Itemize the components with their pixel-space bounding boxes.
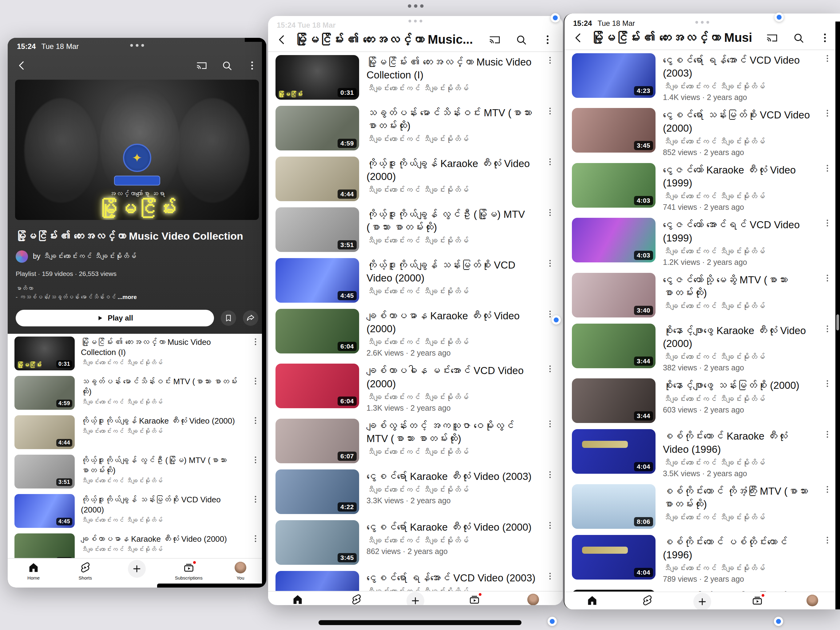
- nav-item-you[interactable]: [794, 592, 831, 606]
- nav-item-shorts[interactable]: Shorts: [67, 559, 104, 581]
- nav-item-subscriptions[interactable]: Subscriptions: [171, 559, 207, 581]
- nav-item-shorts[interactable]: [338, 592, 375, 605]
- kebab-icon[interactable]: [251, 376, 260, 386]
- window-handle-icon[interactable]: [130, 44, 144, 47]
- window-handle-icon[interactable]: [409, 20, 422, 22]
- kebab-icon[interactable]: [823, 108, 832, 119]
- share-button[interactable]: [243, 310, 258, 326]
- channel-avatar[interactable]: [16, 250, 28, 263]
- video-thumbnail[interactable]: 3:51: [275, 207, 359, 252]
- kebab-icon[interactable]: [545, 469, 555, 480]
- more-link[interactable]: ...more: [117, 294, 136, 300]
- video-list-item[interactable]: 4:04 စစ်ကိုင်းတောင် Karaoke တီးလုံး Vide…: [565, 426, 840, 481]
- kebab-icon[interactable]: [545, 520, 555, 531]
- video-list-item[interactable]: 4:59 သခွတ်ပန်း မောင်သိန်းဝင်း MTV (စာသား…: [8, 373, 266, 413]
- video-list-item[interactable]: 4:04 စစ်ကိုင်းတောင် ပစ်တိုင်းထောင် (1996…: [565, 532, 840, 587]
- scrollbar-thumb[interactable]: [836, 314, 839, 330]
- video-thumbnail[interactable]: 4:45: [275, 258, 359, 303]
- video-thumbnail[interactable]: 4:22: [275, 469, 359, 514]
- multitask-handle-icon[interactable]: [408, 4, 424, 8]
- video-list-item[interactable]: 6:04 ချစ်တာပဓါန မင်းအောင် VCD Video (200…: [268, 361, 563, 415]
- nav-item-home[interactable]: [279, 592, 316, 605]
- video-list-item[interactable]: 3:51 ကိုယ့်ဒူးကိုယ်ချွန် လွင်ဦး (မြို့မ)…: [268, 204, 563, 255]
- video-player-thumbnail[interactable]: ✦ အလင်္ကာကျော်စွာ ဆရာ မြို့မငြိမ်း: [15, 80, 259, 220]
- video-list-item[interactable]: 4:22 ငွေစင်ရော် Karaoke တီးလုံး Video (2…: [268, 466, 563, 517]
- nav-item-home[interactable]: Home: [15, 559, 52, 581]
- video-list-item[interactable]: 3:45 ငွေစင်ရော် သန်းမြတ်စိုး VCD Video (…: [565, 105, 840, 160]
- video-thumbnail[interactable]: 3:44: [572, 378, 655, 423]
- video-list-item[interactable]: 3:40 ငွေဇင်ယော်သို့ မေဆွိ MTV (စာသား စာတ…: [565, 270, 840, 321]
- window-drag-handle-dot[interactable]: [548, 617, 557, 626]
- video-thumbnail[interactable]: 6:04: [275, 364, 359, 408]
- video-thumbnail[interactable]: 4:59: [275, 106, 359, 150]
- video-list-item[interactable]: 8:06 စစ်ကိုင်းတောင် ကိုအံ့ကြီး MTV (စာသာ…: [565, 481, 840, 532]
- video-thumbnail[interactable]: 3:45: [572, 108, 655, 153]
- nav-item-you[interactable]: You: [222, 559, 259, 581]
- cast-icon[interactable]: [489, 34, 501, 46]
- kebab-icon[interactable]: [251, 533, 260, 544]
- playlist-description[interactable]: မာတိကာ - ကသစ်ပန်း/သခွတ်ပန်း မောင်သိန်းဝင…: [16, 284, 258, 302]
- window-drag-handle-dot[interactable]: [775, 13, 784, 22]
- kebab-icon[interactable]: [823, 163, 832, 174]
- kebab-icon[interactable]: [823, 429, 832, 440]
- kebab-icon[interactable]: [545, 106, 555, 116]
- kebab-icon[interactable]: [545, 571, 555, 581]
- kebab-icon[interactable]: [545, 55, 555, 65]
- video-list-item[interactable]: 4:44 ကိုယ့်ဒူးကိုယ်ချွန် Karaoke တီးလုံး…: [8, 413, 266, 452]
- window-resize-edge[interactable]: [262, 38, 266, 587]
- video-thumbnail[interactable]: မြို့မငြိမ်း 0:31: [14, 337, 75, 370]
- video-thumbnail[interactable]: 3:40: [572, 273, 655, 317]
- kebab-icon[interactable]: [251, 415, 260, 426]
- video-list-item[interactable]: 4:45 ကိုယ့်ဒူးကိုယ်ချွန် သန်းမြတ်စိုး VC…: [8, 491, 266, 531]
- nav-item-plus[interactable]: [118, 559, 155, 579]
- video-thumbnail[interactable]: 4:03: [572, 163, 655, 207]
- window-resize-edge[interactable]: [157, 584, 266, 587]
- kebab-icon[interactable]: [251, 494, 260, 505]
- video-list-item[interactable]: 6:04 ချစ်တာပဓာန Karaoke တီးလုံး Video (2…: [268, 306, 563, 361]
- video-list-item[interactable]: 4:03 ငွေဇင်ယော် အောင်ရင် VCD Video (1999…: [565, 215, 840, 269]
- search-icon[interactable]: [515, 34, 527, 46]
- save-playlist-button[interactable]: [221, 310, 236, 326]
- video-list-item[interactable]: 3:45 ငွေစင်ရော် Karaoke တီးလုံး Video (2…: [268, 517, 563, 568]
- kebab-icon[interactable]: [545, 207, 555, 218]
- nav-item-you[interactable]: [515, 592, 552, 605]
- kebab-icon[interactable]: [823, 324, 832, 334]
- video-thumbnail[interactable]: 6:07: [275, 419, 359, 463]
- window-drag-handle-dot[interactable]: [552, 315, 561, 324]
- video-list-item[interactable]: 4:03 ငွေဇင်ယော် Karaoke တီးလုံး Video (1…: [565, 160, 840, 215]
- video-list-item[interactable]: 3:44 စိုးနောင့်ဖျာဖွေ သန်းမြတ်စိုး (2000…: [565, 375, 840, 426]
- nav-item-plus[interactable]: [684, 592, 721, 609]
- kebab-icon[interactable]: [823, 218, 832, 228]
- nav-item-shorts[interactable]: [629, 592, 666, 606]
- kebab-icon[interactable]: [545, 157, 555, 167]
- video-list-item[interactable]: 3:51 ကိုယ့်ဒူးကိုယ်ချွန် လွင်ဦး (မြို့မ)…: [8, 452, 266, 491]
- cast-icon[interactable]: [766, 32, 778, 44]
- kebab-icon[interactable]: [823, 484, 832, 495]
- back-icon[interactable]: [16, 60, 27, 71]
- video-list-item[interactable]: 4:59 သခွတ်ပန်း မောင်သိန်းဝင်း MTV (စာသား…: [268, 103, 563, 154]
- video-thumbnail[interactable]: မြို့မငြိမ်း 0:31: [275, 55, 359, 100]
- kebab-icon[interactable]: [545, 419, 555, 429]
- video-list-item[interactable]: 6:07 ချစ်လွန်းတင့် အကသူဇာ ဝေမိုးလွင် MTV…: [268, 416, 563, 466]
- video-thumbnail[interactable]: 4:04: [572, 535, 655, 579]
- window-drag-handle-dot[interactable]: [774, 617, 783, 626]
- nav-item-plus[interactable]: [397, 592, 434, 605]
- video-thumbnail[interactable]: 4:04: [572, 429, 655, 474]
- window-handle-icon[interactable]: [695, 21, 709, 24]
- kebab-icon[interactable]: [823, 273, 832, 283]
- video-thumbnail[interactable]: 4:03: [572, 218, 655, 263]
- video-list-item[interactable]: 4:23 ငွေစင်ရော် ရန်အောင် VCD Video (2003…: [565, 50, 840, 105]
- kebab-icon[interactable]: [246, 60, 257, 71]
- kebab-icon[interactable]: [251, 337, 260, 347]
- video-thumbnail[interactable]: 4:45: [14, 494, 75, 528]
- video-list-item[interactable]: 3:44 စိုးနောင့်ဖျာဖွေ Karaoke တီးလုံး Vi…: [565, 321, 840, 375]
- kebab-icon[interactable]: [823, 53, 832, 64]
- video-thumbnail[interactable]: 4:44: [14, 415, 75, 449]
- kebab-icon[interactable]: [251, 455, 260, 465]
- video-thumbnail[interactable]: 3:44: [572, 324, 655, 368]
- nav-item-home[interactable]: [574, 592, 611, 606]
- kebab-icon[interactable]: [545, 258, 555, 269]
- video-thumbnail[interactable]: 3:45: [275, 520, 359, 565]
- video-thumbnail[interactable]: 4:23: [572, 53, 655, 98]
- video-thumbnail[interactable]: 4:44: [275, 157, 359, 201]
